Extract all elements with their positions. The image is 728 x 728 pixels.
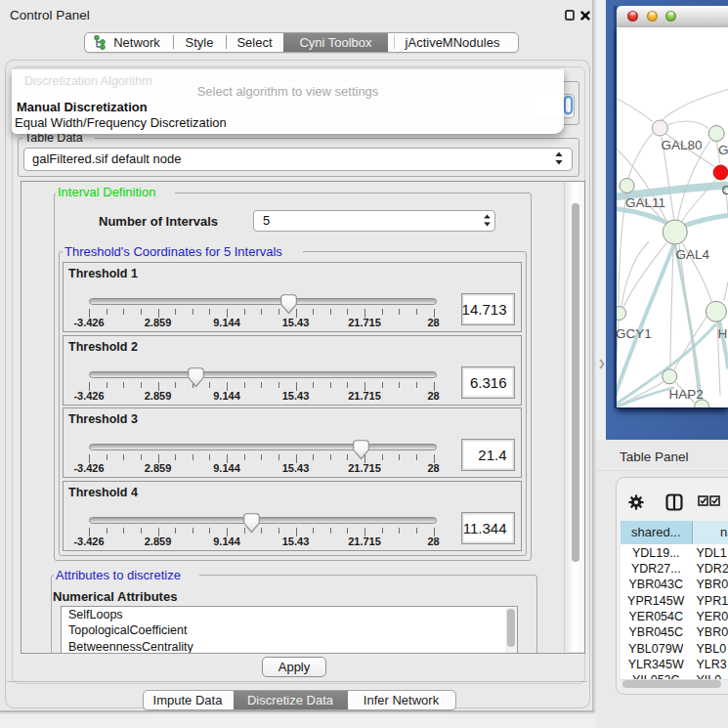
svg-text:GAL80: GAL80: [662, 137, 703, 151]
svg-text:HAP2: HAP2: [669, 386, 704, 401]
svg-text:H: H: [718, 325, 728, 340]
svg-text:GAL4: GAL4: [676, 247, 710, 262]
svg-text:GA: GA: [718, 142, 728, 156]
svg-text:GAL11: GAL11: [625, 194, 665, 209]
svg-text:C: C: [722, 182, 728, 196]
svg-text:GCY1: GCY1: [617, 325, 652, 340]
